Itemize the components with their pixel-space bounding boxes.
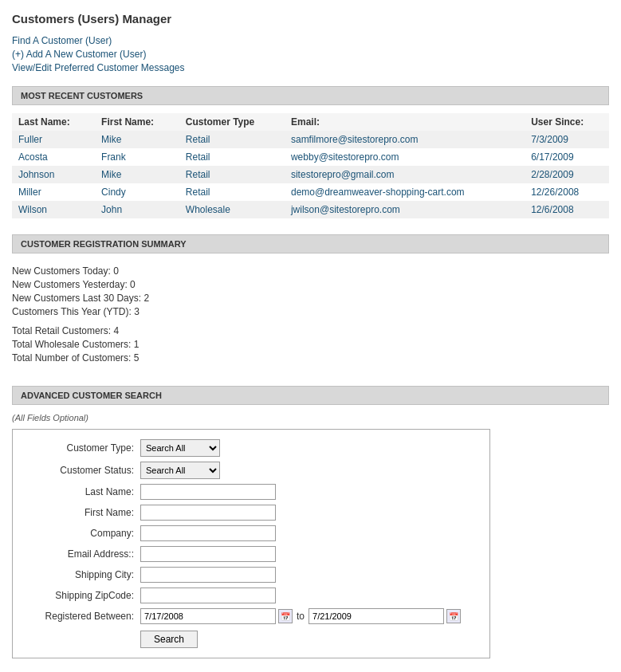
- customer-type-label: Customer Type:: [25, 442, 140, 454]
- shipping-city-input[interactable]: [140, 567, 276, 583]
- customer-type-select[interactable]: Search AllRetailWholesale: [140, 439, 220, 457]
- date-to-input[interactable]: 7/21/2009: [309, 608, 444, 624]
- first-name-link[interactable]: Cindy: [101, 187, 126, 198]
- type-link[interactable]: Wholesale: [186, 204, 230, 215]
- stat-wholesale: Total Wholesale Customers: 1: [12, 339, 609, 350]
- cell-last-name: Johnson: [12, 166, 95, 183]
- cell-email: webby@sitestorepro.com: [285, 148, 525, 166]
- type-link[interactable]: Retail: [186, 151, 210, 163]
- cell-type: Retail: [179, 183, 285, 201]
- last-name-label: Last Name:: [25, 486, 140, 497]
- table-row: Miller Cindy Retail demo@dreamweaver-sho…: [12, 183, 609, 201]
- cell-since: 6/17/2009: [525, 148, 609, 166]
- cell-first-name: Cindy: [95, 183, 179, 201]
- find-customer-link[interactable]: Find A Customer (User): [12, 35, 609, 46]
- first-name-link[interactable]: Mike: [101, 134, 121, 145]
- since-link[interactable]: 6/17/2009: [531, 151, 573, 163]
- cell-email: samfilmore@sitestorepro.com: [285, 131, 525, 148]
- last-name-input[interactable]: [140, 484, 276, 500]
- cell-last-name: Wilson: [12, 201, 95, 218]
- shipping-city-row: Shipping City:: [25, 567, 478, 583]
- last-name-row: Last Name:: [25, 484, 478, 500]
- search-button-row: Search: [25, 631, 478, 648]
- nav-links: Find A Customer (User) (+) Add A New Cus…: [12, 35, 609, 73]
- stat-retail: Total Retail Customers: 4: [12, 325, 609, 336]
- first-name-link[interactable]: Frank: [101, 151, 126, 163]
- email-link[interactable]: samfilmore@sitestorepro.com: [291, 134, 419, 145]
- cell-type: Retail: [179, 148, 285, 166]
- shipping-zip-input[interactable]: [140, 588, 276, 603]
- cell-email: sitestorepro@gmail.com: [285, 166, 525, 183]
- cell-last-name: Acosta: [12, 148, 95, 166]
- date-range: 7/17/2008 📅 to 7/21/2009 📅: [140, 608, 461, 624]
- company-label: Company:: [25, 528, 140, 539]
- email-input[interactable]: [140, 546, 276, 562]
- calendar-from-icon[interactable]: 📅: [278, 609, 293, 623]
- search-header: ADVANCED CUSTOMER SEARCH: [12, 386, 609, 405]
- company-row: Company:: [25, 525, 478, 541]
- cell-since: 2/28/2009: [525, 166, 609, 183]
- col-customer-type: Customer Type: [179, 113, 285, 131]
- cell-last-name: Miller: [12, 183, 95, 201]
- table-row: Wilson John Wholesale jwilson@sitestorep…: [12, 201, 609, 218]
- last-name-link[interactable]: Fuller: [18, 134, 42, 145]
- first-name-link[interactable]: John: [101, 204, 122, 215]
- stat-total: Total Number of Customers: 5: [12, 352, 609, 364]
- date-separator: to: [297, 611, 305, 622]
- recent-customers-header: MOST RECENT CUSTOMERS: [12, 86, 609, 105]
- email-link[interactable]: jwilson@sitestorepro.com: [291, 204, 400, 215]
- table-row: Acosta Frank Retail webby@sitestorepro.c…: [12, 148, 609, 166]
- email-link[interactable]: demo@dreamweaver-shopping-cart.com: [291, 187, 465, 198]
- first-name-input[interactable]: [140, 505, 276, 521]
- company-input[interactable]: [140, 525, 276, 541]
- search-button[interactable]: Search: [140, 631, 198, 648]
- calendar-to-icon[interactable]: 📅: [446, 609, 461, 623]
- last-name-link[interactable]: Acosta: [18, 151, 48, 163]
- col-last-name: Last Name:: [12, 113, 95, 131]
- registered-between-row: Registered Between: 7/17/2008 📅 to 7/21/…: [25, 608, 478, 624]
- cell-last-name: Fuller: [12, 131, 95, 148]
- col-user-since: User Since:: [525, 113, 609, 131]
- stat-last30: New Customers Last 30 Days: 2: [12, 293, 609, 304]
- cell-first-name: Frank: [95, 148, 179, 166]
- since-link[interactable]: 7/3/2009: [531, 134, 568, 145]
- date-from-input[interactable]: 7/17/2008: [140, 608, 276, 624]
- last-name-link[interactable]: Wilson: [18, 204, 47, 215]
- email-label: Email Address::: [25, 548, 140, 560]
- customer-status-select[interactable]: Search AllActiveInactive: [140, 462, 220, 479]
- search-form: Customer Type: Search AllRetailWholesale…: [12, 429, 490, 658]
- cell-first-name: Mike: [95, 166, 179, 183]
- type-link[interactable]: Retail: [186, 134, 210, 145]
- table-row: Fuller Mike Retail samfilmore@sitestorep…: [12, 131, 609, 148]
- first-name-link[interactable]: Mike: [101, 169, 121, 180]
- page-title: Customers (Users) Manager: [12, 12, 609, 26]
- table-row: Johnson Mike Retail sitestorepro@gmail.c…: [12, 166, 609, 183]
- col-first-name: First Name:: [95, 113, 179, 131]
- cell-first-name: John: [95, 201, 179, 218]
- cell-since: 7/3/2009: [525, 131, 609, 148]
- type-link[interactable]: Retail: [186, 169, 210, 180]
- stat-yesterday: New Customers Yesterday: 0: [12, 279, 609, 290]
- advanced-search-section: ADVANCED CUSTOMER SEARCH (All Fields Opt…: [12, 386, 609, 658]
- stat-ytd: Customers This Year (YTD): 3: [12, 306, 609, 317]
- email-link[interactable]: sitestorepro@gmail.com: [291, 169, 395, 180]
- since-link[interactable]: 2/28/2009: [531, 169, 573, 180]
- first-name-row: First Name:: [25, 505, 478, 521]
- last-name-link[interactable]: Miller: [18, 187, 41, 198]
- preferred-messages-link[interactable]: View/Edit Preferred Customer Messages: [12, 62, 609, 73]
- customer-type-row: Customer Type: Search AllRetailWholesale: [25, 439, 478, 457]
- summary-header: CUSTOMER REGISTRATION SUMMARY: [12, 234, 609, 253]
- registered-label: Registered Between:: [25, 611, 140, 622]
- add-customer-link[interactable]: (+) Add A New Customer (User): [12, 49, 609, 60]
- email-link[interactable]: webby@sitestorepro.com: [291, 151, 399, 163]
- last-name-link[interactable]: Johnson: [18, 169, 54, 180]
- first-name-label: First Name:: [25, 507, 140, 518]
- since-link[interactable]: 12/26/2008: [531, 187, 579, 198]
- cell-since: 12/6/2008: [525, 201, 609, 218]
- customer-status-row: Customer Status: Search AllActiveInactiv…: [25, 462, 478, 479]
- cell-first-name: Mike: [95, 131, 179, 148]
- since-link[interactable]: 12/6/2008: [531, 204, 573, 215]
- customer-status-label: Customer Status:: [25, 465, 140, 476]
- email-row: Email Address::: [25, 546, 478, 562]
- type-link[interactable]: Retail: [186, 187, 210, 198]
